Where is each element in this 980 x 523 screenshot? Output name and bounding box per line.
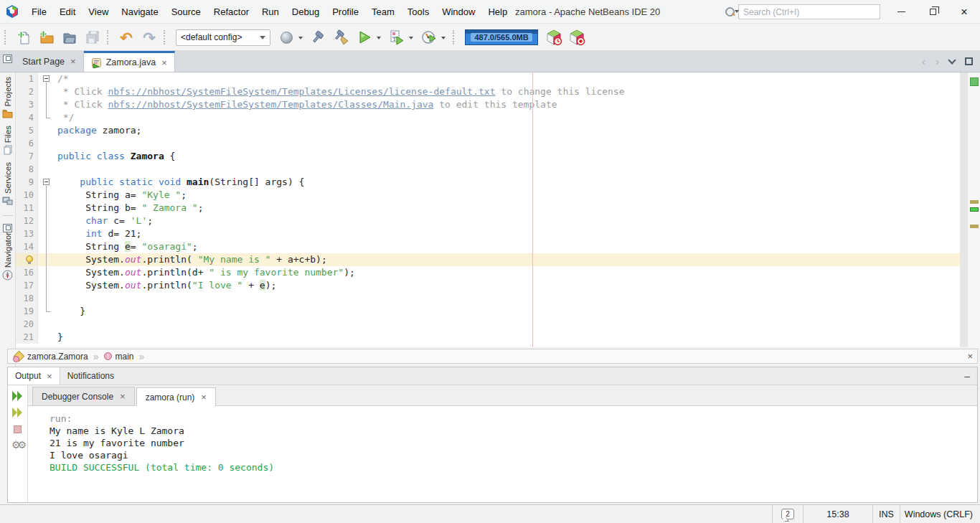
- code-line[interactable]: 18: [16, 292, 960, 305]
- line-number[interactable]: 14: [16, 240, 38, 253]
- error-stripe[interactable]: [967, 72, 980, 347]
- run-project-button[interactable]: [354, 27, 375, 48]
- stripe-mark[interactable]: [970, 207, 979, 212]
- menu-navigate[interactable]: Navigate: [115, 3, 164, 21]
- tab-list-dropdown-icon[interactable]: [948, 56, 956, 64]
- tab-close-icon[interactable]: ×: [70, 56, 76, 67]
- dock-group-icon[interactable]: [3, 55, 12, 63]
- line-number[interactable]: 3: [16, 98, 38, 111]
- code-line[interactable]: 8: [16, 163, 960, 176]
- sidebar-item-files[interactable]: Files: [3, 126, 13, 155]
- open-project-button[interactable]: [59, 27, 80, 48]
- fold-margin[interactable]: [38, 318, 55, 331]
- fold-margin[interactable]: [38, 227, 55, 240]
- line-number[interactable]: [16, 253, 38, 266]
- insert-mode-indicator[interactable]: INS: [873, 509, 900, 519]
- fold-margin[interactable]: [38, 305, 55, 318]
- code-line[interactable]: System.out.println( "My name is " + a+c+…: [16, 253, 960, 266]
- fold-margin[interactable]: [38, 292, 55, 305]
- fold-margin[interactable]: [38, 331, 55, 344]
- code-line[interactable]: 14 String e= "osaragi";: [16, 240, 960, 253]
- deploy-button[interactable]: [275, 27, 297, 48]
- hint-bulb-icon[interactable]: [26, 255, 33, 263]
- code-line[interactable]: 6: [16, 137, 960, 150]
- memory-indicator[interactable]: 487.0/565.0MB: [465, 29, 538, 45]
- line-number[interactable]: 6: [16, 137, 38, 150]
- tab-close-icon[interactable]: ×: [47, 371, 52, 382]
- code-line[interactable]: 13 int d= 21;: [16, 227, 960, 240]
- fold-margin[interactable]: [38, 163, 55, 176]
- console-tab-zamora-run-[interactable]: zamora (run)×: [136, 387, 216, 406]
- save-all-button[interactable]: [82, 27, 103, 48]
- output-minimize-icon[interactable]: –: [957, 367, 977, 385]
- editor-scrollbar[interactable]: [960, 72, 967, 347]
- fold-margin[interactable]: [38, 253, 55, 266]
- sidebar-item-projects[interactable]: Projects: [2, 77, 13, 118]
- menu-edit[interactable]: Edit: [53, 3, 82, 21]
- line-number[interactable]: 12: [16, 215, 38, 227]
- line-number[interactable]: 9: [16, 176, 38, 189]
- code-line[interactable]: 17 System.out.println("I love " + e);: [16, 279, 960, 292]
- code-line[interactable]: 7public class Zamora {: [16, 150, 960, 163]
- code-line[interactable]: 5package zamora;: [16, 124, 960, 137]
- menu-refactor[interactable]: Refactor: [207, 3, 255, 21]
- fold-margin[interactable]: [38, 202, 55, 215]
- line-number[interactable]: 16: [16, 266, 38, 279]
- fold-margin[interactable]: [38, 189, 55, 202]
- search-icon[interactable]: [725, 6, 735, 17]
- line-number[interactable]: 5: [16, 124, 38, 137]
- fold-margin[interactable]: [38, 150, 55, 163]
- line-number[interactable]: 4: [16, 111, 38, 124]
- fold-margin[interactable]: [38, 137, 55, 150]
- stripe-mark[interactable]: [970, 225, 979, 228]
- fold-margin[interactable]: [38, 215, 55, 227]
- code-line[interactable]: 3 * Click nbfs://nbhost/SystemFileSystem…: [16, 98, 960, 111]
- menu-help[interactable]: Help: [481, 3, 514, 21]
- toolbar-grip[interactable]: [164, 30, 167, 44]
- notifications-badge[interactable]: 2: [781, 509, 794, 519]
- line-number[interactable]: 17: [16, 279, 38, 292]
- profile-project-button[interactable]: [418, 27, 440, 48]
- sidebar-item-services[interactable]: Services: [2, 162, 13, 205]
- breadcrumb-item[interactable]: main: [116, 352, 134, 362]
- minimize-button[interactable]: [885, 0, 917, 24]
- code-line[interactable]: 10 String a= "Kyle ";: [16, 189, 960, 202]
- menu-profile[interactable]: Profile: [326, 3, 365, 21]
- fold-margin[interactable]: [38, 85, 55, 98]
- profile-sampler-button[interactable]: [543, 27, 565, 48]
- code-line[interactable]: 20: [16, 318, 960, 331]
- console-output[interactable]: run:My name is Kyle L Zamora21 is my fav…: [28, 406, 977, 502]
- debug-dropdown[interactable]: [409, 37, 413, 42]
- line-number[interactable]: 1: [16, 72, 38, 85]
- line-number[interactable]: 10: [16, 189, 38, 202]
- tab-start-page[interactable]: Start Page×: [15, 51, 84, 72]
- line-number[interactable]: 20: [16, 318, 38, 331]
- line-number[interactable]: 18: [16, 292, 38, 305]
- editor-viewport[interactable]: 1/*2 * Click nbfs://nbhost/SystemFileSys…: [16, 72, 960, 347]
- debug-project-button[interactable]: 3: [386, 27, 407, 48]
- line-number[interactable]: 21: [16, 331, 38, 344]
- code-editor[interactable]: ProjectsFilesServicesNavigator 1/*2 * Cl…: [0, 72, 980, 347]
- code-line[interactable]: 4 */: [16, 111, 960, 124]
- fold-collapse-icon[interactable]: [43, 75, 50, 82]
- line-number[interactable]: 2: [16, 85, 38, 98]
- fold-margin[interactable]: [38, 266, 55, 279]
- menu-view[interactable]: View: [82, 3, 115, 21]
- rerun-icon[interactable]: [12, 391, 24, 401]
- fold-margin[interactable]: [38, 124, 55, 137]
- sidebar-item-navigator[interactable]: Navigator: [2, 232, 13, 281]
- fold-collapse-icon[interactable]: [43, 179, 50, 185]
- undo-button[interactable]: ↶: [116, 27, 137, 48]
- deploy-dropdown[interactable]: [298, 37, 303, 42]
- toolbar-grip[interactable]: [107, 30, 110, 44]
- menu-run[interactable]: Run: [255, 3, 286, 21]
- stripe-mark[interactable]: [970, 200, 979, 204]
- breadcrumb-item[interactable]: zamora.Zamora: [27, 352, 88, 362]
- menu-window[interactable]: Window: [435, 3, 481, 21]
- line-number[interactable]: 11: [16, 202, 38, 215]
- run-dropdown[interactable]: [377, 37, 381, 42]
- scroll-tabs-left-icon[interactable]: ‹: [922, 55, 925, 67]
- code-line[interactable]: 1/*: [16, 72, 960, 85]
- new-project-button[interactable]: [36, 27, 57, 48]
- dock-group-icon[interactable]: [3, 224, 12, 232]
